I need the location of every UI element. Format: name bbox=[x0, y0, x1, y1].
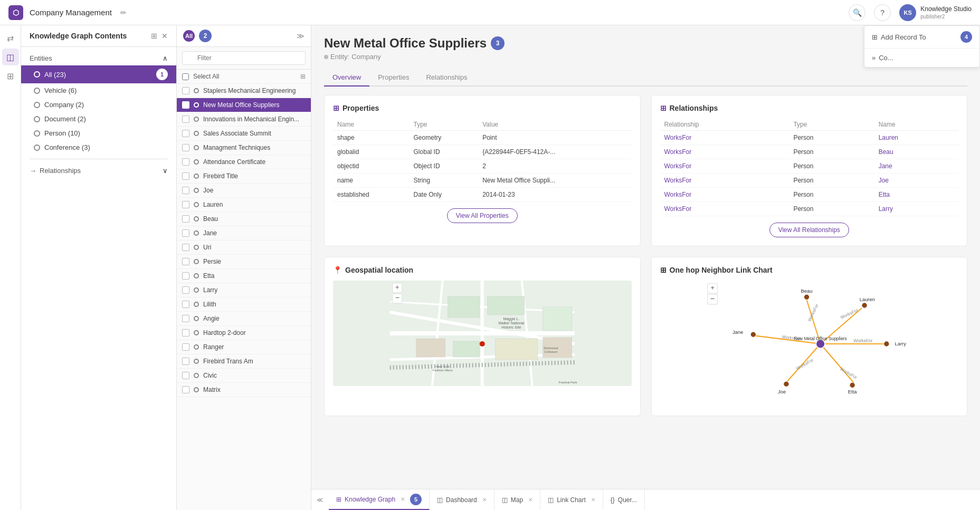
sidebar-item-all[interactable]: All (23) 1 bbox=[21, 65, 176, 83]
search-button[interactable]: 🔍 bbox=[849, 4, 865, 21]
add-record-item[interactable]: » Co... bbox=[864, 49, 979, 67]
rel-name[interactable]: Jane bbox=[874, 159, 958, 174]
bottom-tab-dashboard[interactable]: ◫ Dashboard ✕ bbox=[430, 489, 494, 510]
list-item[interactable]: Beau bbox=[177, 212, 311, 226]
bottom-tab-kg-close[interactable]: ✕ bbox=[401, 496, 405, 502]
sidebar-item-conference[interactable]: Conference (3) bbox=[21, 140, 176, 155]
tab-overview[interactable]: Overview bbox=[324, 69, 369, 86]
list-item[interactable]: Angie bbox=[177, 312, 311, 326]
bottom-tab-dashboard-close[interactable]: ✕ bbox=[482, 497, 487, 503]
list-item[interactable]: Hardtop 2-door bbox=[177, 326, 311, 340]
edit-icon[interactable]: ✏ bbox=[120, 8, 127, 17]
list-item-checkbox[interactable] bbox=[182, 244, 189, 251]
rel-name[interactable]: Beau bbox=[874, 145, 958, 159]
list-item[interactable]: Attendance Certificate bbox=[177, 155, 311, 169]
list-item-checkbox[interactable] bbox=[182, 130, 189, 137]
list-panel-collapse-btn[interactable]: ≫ bbox=[297, 32, 305, 40]
select-all-icon[interactable]: ⊞ bbox=[300, 73, 306, 80]
list-item[interactable]: Ranger bbox=[177, 340, 311, 354]
relationships-table: Relationship Type Name WorksFor Person L… bbox=[660, 119, 959, 216]
select-all-checkbox[interactable] bbox=[182, 73, 189, 80]
filter-input[interactable] bbox=[182, 51, 306, 65]
entities-collapse-icon[interactable]: ∧ bbox=[163, 54, 168, 62]
rail-icon-connections[interactable]: ⇄ bbox=[2, 30, 19, 46]
list-item-checkbox[interactable] bbox=[182, 286, 189, 294]
list-item-checkbox[interactable] bbox=[182, 358, 189, 365]
add-record-panel: ⊞ Add Record To 4 » Co... bbox=[864, 25, 980, 68]
rail-icon-grid[interactable]: ⊞ bbox=[2, 68, 19, 84]
list-item[interactable]: Firebird Title bbox=[177, 169, 311, 184]
bottom-tab-map-icon: ◫ bbox=[502, 496, 508, 504]
list-item-checkbox[interactable] bbox=[182, 258, 189, 265]
list-item-checkbox[interactable] bbox=[182, 158, 189, 166]
list-item-checkbox[interactable] bbox=[182, 372, 189, 379]
list-item-checkbox[interactable] bbox=[182, 272, 189, 280]
rel-name[interactable]: Lauren bbox=[874, 131, 958, 145]
relationships-arrow-icon: → bbox=[30, 167, 36, 175]
collapse-left-btn[interactable]: ≪ bbox=[311, 496, 329, 504]
relationships-row[interactable]: → Relationships ∨ bbox=[21, 163, 176, 178]
rail-icon-layers[interactable]: ◫ bbox=[2, 49, 19, 65]
tab-properties[interactable]: Properties bbox=[369, 69, 417, 86]
list-item-checkbox[interactable] bbox=[182, 215, 189, 223]
list-item-checkbox[interactable] bbox=[182, 87, 189, 94]
sidebar-item-vehicle[interactable]: Vehicle (6) bbox=[21, 83, 176, 98]
list-item[interactable]: Managment Techniques bbox=[177, 141, 311, 155]
list-item[interactable]: Lilith bbox=[177, 297, 311, 312]
list-item[interactable]: Joe bbox=[177, 184, 311, 198]
list-item-checkbox[interactable] bbox=[182, 187, 189, 194]
list-item-checkbox[interactable] bbox=[182, 101, 189, 109]
list-item-checkbox[interactable] bbox=[182, 201, 189, 208]
rel-relationship[interactable]: WorksFor bbox=[660, 188, 789, 202]
list-item-checkbox[interactable] bbox=[182, 172, 189, 180]
list-item[interactable]: Staplers Mechanical Engineering bbox=[177, 84, 311, 98]
add-record-header[interactable]: ⊞ Add Record To 4 bbox=[864, 26, 979, 49]
list-item-checkbox[interactable] bbox=[182, 301, 189, 308]
list-item[interactable]: Civic bbox=[177, 369, 311, 383]
list-item[interactable]: Uri bbox=[177, 240, 311, 255]
list-item-checkbox[interactable] bbox=[182, 116, 189, 123]
sidebar-item-company[interactable]: Company (2) bbox=[21, 98, 176, 112]
tab-relationships[interactable]: Relationships bbox=[417, 69, 475, 86]
sidebar-item-document[interactable]: Document (2) bbox=[21, 112, 176, 126]
bottom-tab-query[interactable]: {} Quer... bbox=[603, 489, 645, 510]
rel-name[interactable]: Larry bbox=[874, 202, 958, 216]
list-item-checkbox[interactable] bbox=[182, 144, 189, 151]
relationships-expand-icon[interactable]: ∨ bbox=[163, 167, 168, 175]
rel-name[interactable]: Etta bbox=[874, 188, 958, 202]
list-item[interactable]: Jane bbox=[177, 226, 311, 240]
list-item[interactable]: Matrix bbox=[177, 383, 311, 397]
list-item-checkbox[interactable] bbox=[182, 343, 189, 351]
rel-relationship[interactable]: WorksFor bbox=[660, 145, 789, 159]
list-item-checkbox[interactable] bbox=[182, 329, 189, 336]
bottom-tab-map-close[interactable]: ✕ bbox=[528, 497, 532, 503]
bottom-tab-knowledge-graph[interactable]: ⊞ Knowledge Graph ✕ 5 bbox=[329, 489, 430, 510]
list-item[interactable]: Firebird Trans Am bbox=[177, 354, 311, 369]
list-item-checkbox[interactable] bbox=[182, 229, 189, 237]
list-item-checkbox[interactable] bbox=[182, 386, 189, 393]
rel-relationship[interactable]: WorksFor bbox=[660, 131, 789, 145]
bottom-tab-lc-close[interactable]: ✕ bbox=[591, 497, 595, 503]
list-item[interactable]: Innovations in Mechanical Engin... bbox=[177, 112, 311, 127]
list-item[interactable]: Persie bbox=[177, 255, 311, 269]
view-all-relationships-btn[interactable]: View All Relationships bbox=[769, 223, 849, 237]
bottom-tab-map[interactable]: ◫ Map ✕ bbox=[494, 489, 540, 510]
rel-relationship[interactable]: WorksFor bbox=[660, 174, 789, 188]
list-item[interactable]: New Metal Office Suppliers bbox=[177, 98, 311, 112]
sidebar-new-icon[interactable]: ⊞ bbox=[151, 32, 157, 40]
list-item[interactable]: Sales Associate Summit bbox=[177, 127, 311, 141]
bottom-tab-linkchart[interactable]: ◫ Link Chart ✕ bbox=[540, 489, 603, 510]
sidebar-item-person[interactable]: Person (10) bbox=[21, 126, 176, 140]
list-item[interactable]: Etta bbox=[177, 269, 311, 283]
rel-relationship[interactable]: WorksFor bbox=[660, 202, 789, 216]
list-item-checkbox[interactable] bbox=[182, 315, 189, 322]
list-item[interactable]: Larry bbox=[177, 283, 311, 297]
rel-name[interactable]: Joe bbox=[874, 174, 958, 188]
sidebar-close-icon[interactable]: ✕ bbox=[161, 32, 168, 40]
rel-relationship[interactable]: WorksFor bbox=[660, 159, 789, 174]
view-all-properties-btn[interactable]: View All Properties bbox=[447, 208, 518, 223]
list-item[interactable]: Lauren bbox=[177, 198, 311, 212]
username-name: Knowledge Studio bbox=[920, 5, 972, 13]
entities-section-header[interactable]: Entities ∧ bbox=[21, 51, 176, 65]
help-button[interactable]: ? bbox=[874, 4, 891, 21]
